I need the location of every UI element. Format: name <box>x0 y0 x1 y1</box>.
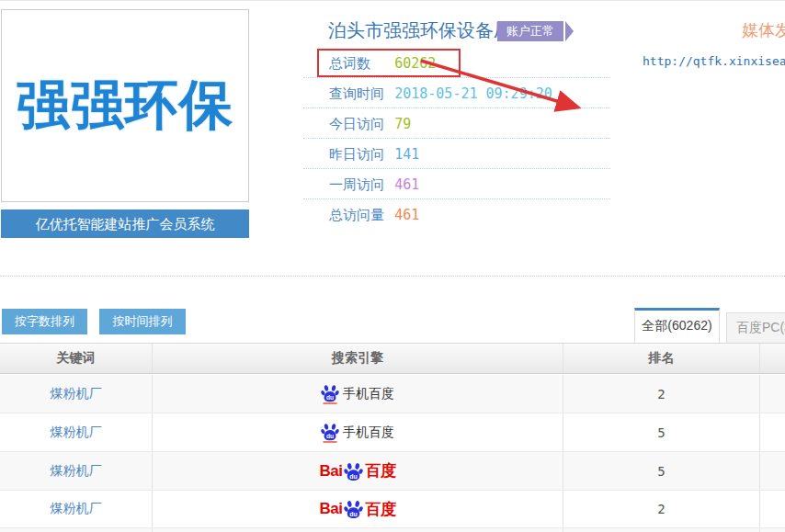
column-header-rank: 排名 <box>563 344 760 373</box>
baidu-paw-icon: du <box>344 499 363 519</box>
section-divider <box>0 276 785 277</box>
tab-baidu-pc[interactable]: 百度PC(30 <box>726 312 785 343</box>
system-name-banner: 亿优托智能建站推广会员系统 <box>1 209 249 238</box>
keyword-link[interactable]: 煤粉机厂 <box>51 386 102 402</box>
stat-value: 461 <box>394 207 419 223</box>
engine-mobile-baidu: du 手机百度 <box>321 422 394 443</box>
media-section-heading: 媒体发 <box>742 19 785 41</box>
baidu-paw-icon: du <box>321 422 339 443</box>
table-row: 煤粉机厂 du 手机百度 <box>0 413 785 452</box>
top-divider <box>0 0 785 1</box>
rank-value: 5 <box>657 464 665 479</box>
stat-label: 今日访问 <box>329 108 391 139</box>
baidu-logo-bai: Bai <box>320 500 343 518</box>
baidu-logo-cn: 百度 <box>365 499 395 520</box>
engine-label: 手机百度 <box>343 424 394 441</box>
baidu-pc-logo: Bai du 百度 <box>320 460 396 481</box>
column-header-extra <box>760 344 785 373</box>
account-status-badge: 账户正常 <box>497 21 563 41</box>
sort-by-wordcount-button[interactable]: 按字数排列 <box>2 309 87 334</box>
baidu-paw-icon: du <box>321 383 339 404</box>
rank-value: 5 <box>657 425 665 440</box>
partial-table-row <box>0 528 785 532</box>
svg-text:du: du <box>350 511 358 517</box>
stat-total-visits: 总访问量 461 <box>303 199 610 230</box>
column-header-keyword: 关键词 <box>0 344 153 373</box>
svg-text:du: du <box>350 472 358 479</box>
logo-text: 强强环保 <box>17 70 233 141</box>
site-url-link[interactable]: http://qtfk.xinxisea. <box>643 54 785 68</box>
baidu-logo-cn: 百度 <box>365 460 395 481</box>
svg-text:du: du <box>326 394 334 401</box>
stat-value: 79 <box>394 116 411 132</box>
keyword-table: 煤粉机厂 du 手机百度 <box>0 375 785 528</box>
stat-today-visits: 今日访问 79 <box>303 108 610 139</box>
stat-yesterday-visits: 昨日访问 141 <box>303 139 610 169</box>
baidu-logo-bai: Bai <box>320 462 343 481</box>
stat-week-visits: 一周访问 461 <box>303 169 610 199</box>
table-row: 煤粉机厂 du 手机百度 <box>0 375 785 413</box>
keyword-link[interactable]: 煤粉机厂 <box>51 424 102 441</box>
baidu-paw-icon: du <box>344 461 363 481</box>
tab-all[interactable]: 全部(60262) <box>634 308 720 343</box>
stat-value: 461 <box>394 176 419 193</box>
stat-value: 2018-05-21 09:29:20 <box>394 85 552 102</box>
keyword-dashboard: 强强环保 亿优托智能建站推广会员系统 泊头市强强环保设备厂 账户正常 总词数 6… <box>0 0 785 532</box>
keyword-link[interactable]: 煤粉机厂 <box>51 501 102 517</box>
company-logo: 强强环保 <box>1 9 249 202</box>
stat-value: 141 <box>394 146 419 163</box>
keyword-link[interactable]: 煤粉机厂 <box>51 463 102 480</box>
baidu-pc-logo: Bai du 百度 <box>320 499 396 520</box>
column-header-engine: 搜索引擎 <box>153 344 563 373</box>
annotation-highlight-box <box>317 49 461 77</box>
engine-mobile-baidu: du 手机百度 <box>321 383 394 404</box>
stat-label: 查询时间 <box>329 78 391 108</box>
sort-by-time-button[interactable]: 按时间排列 <box>99 309 186 334</box>
stat-label: 一周访问 <box>329 169 391 199</box>
engine-label: 手机百度 <box>343 386 394 402</box>
rank-value: 2 <box>657 387 665 402</box>
rank-value: 2 <box>657 502 665 516</box>
table-row: 煤粉机厂 Bai du 百度 <box>0 491 785 528</box>
stat-label: 总访问量 <box>329 199 391 230</box>
svg-text:du: du <box>326 433 334 439</box>
page-title: 泊头市强强环保设备厂 <box>328 18 512 43</box>
stat-query-time: 查询时间 2018-05-21 09:29:20 <box>303 78 610 108</box>
stat-label: 昨日访问 <box>329 139 391 169</box>
table-row: 煤粉机厂 Bai du 百度 <box>0 452 785 491</box>
table-header: 关键词 搜索引擎 排名 <box>0 343 785 374</box>
